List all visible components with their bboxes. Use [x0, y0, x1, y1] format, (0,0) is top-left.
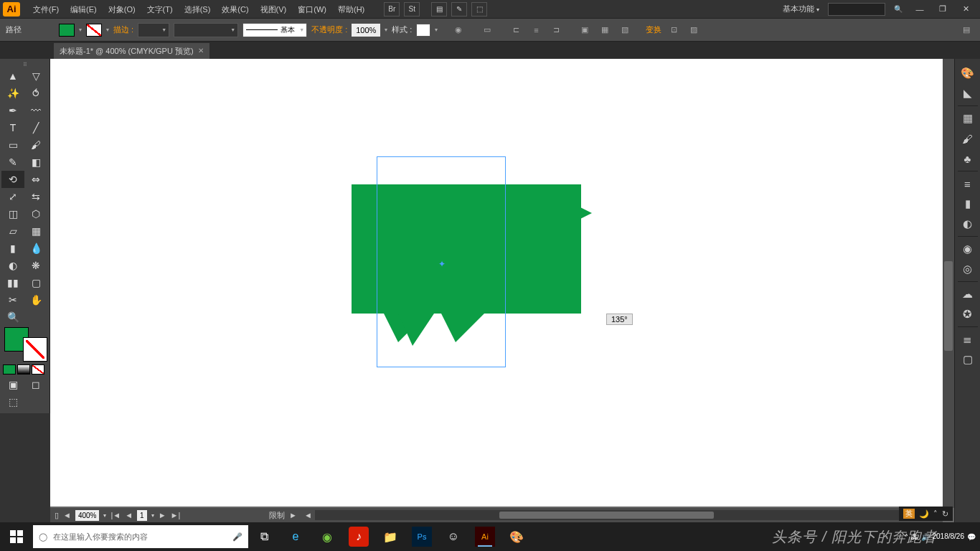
- up-icon[interactable]: ˄: [933, 509, 938, 519]
- bridge-icon[interactable]: Br: [384, 2, 400, 17]
- menu-window[interactable]: 窗口(W): [292, 0, 332, 19]
- curvature-tool[interactable]: 〰: [24, 102, 47, 119]
- artboards-panel-icon[interactable]: ▢: [957, 349, 979, 369]
- selection-tool[interactable]: ▲: [1, 67, 24, 85]
- nav-prev2-icon[interactable]: ◄: [125, 511, 133, 519]
- color-mode-none[interactable]: [32, 364, 44, 375]
- arrange-docs-icon[interactable]: ▤: [431, 2, 447, 17]
- zoom-field[interactable]: 400%: [75, 510, 100, 521]
- artboard-tool[interactable]: ▢: [24, 274, 47, 291]
- menu-type[interactable]: 文字(T): [141, 0, 179, 19]
- pen-tool[interactable]: ✒: [1, 102, 24, 119]
- paint-icon[interactable]: 🎨: [501, 522, 532, 551]
- rectangle-tool[interactable]: ▭: [1, 136, 24, 154]
- close-tab-icon[interactable]: ✕: [198, 43, 204, 59]
- stroke-swatch[interactable]: [86, 24, 102, 37]
- menu-file[interactable]: 文件(F): [27, 0, 65, 19]
- sync-icon[interactable]: ↻: [942, 509, 948, 519]
- color-panel-icon[interactable]: 🎨: [957, 63, 979, 83]
- start-button[interactable]: [0, 522, 33, 551]
- workspace-switcher[interactable]: 基本功能 ▾: [777, 4, 825, 14]
- browser-icon[interactable]: ◉: [311, 522, 343, 551]
- menu-edit[interactable]: 编辑(E): [65, 0, 103, 19]
- nav-prev-icon[interactable]: ◄: [63, 511, 71, 519]
- nav-last-icon[interactable]: ►|: [171, 511, 181, 519]
- edit-icon[interactable]: ▨: [686, 23, 702, 37]
- direct-selection-tool[interactable]: ▽: [24, 67, 47, 85]
- window-minimize[interactable]: —: [910, 2, 930, 17]
- shape-builder-tool[interactable]: ⬡: [24, 205, 47, 222]
- graph-tool[interactable]: ▮▮: [1, 274, 24, 291]
- blend-tool[interactable]: ◐: [1, 257, 24, 274]
- menu-help[interactable]: 帮助(H): [332, 0, 370, 19]
- opacity-input[interactable]: 100%: [352, 24, 380, 37]
- shape-mode-icon-2[interactable]: ▦: [597, 23, 613, 37]
- toolbox-handle[interactable]: ⠿: [1, 62, 48, 67]
- paintbrush-tool[interactable]: 🖌: [24, 136, 47, 154]
- horizontal-scrollbar[interactable]: ◄►: [301, 508, 943, 522]
- document-tab[interactable]: 未标题-1* @ 400% (CMYK/GPU 预览) ✕: [54, 43, 209, 59]
- graphic-style-swatch[interactable]: [416, 24, 430, 37]
- misc-icon[interactable]: ⬚: [471, 2, 487, 17]
- window-restore[interactable]: ❐: [933, 2, 953, 17]
- screen-mode-normal[interactable]: ▣: [1, 376, 24, 393]
- mesh-tool[interactable]: ▦: [24, 222, 47, 240]
- ime-indicator[interactable]: 英: [903, 509, 915, 519]
- nav-first-icon[interactable]: ▯: [55, 511, 59, 520]
- lasso-tool[interactable]: ⥀: [24, 85, 47, 102]
- align-icon-1[interactable]: ▭: [479, 23, 495, 37]
- explorer-icon[interactable]: 📁: [374, 522, 406, 551]
- width-tool[interactable]: ⇆: [24, 188, 47, 205]
- gradient-panel-icon[interactable]: ▮: [957, 194, 979, 214]
- menu-select[interactable]: 选择(S): [179, 0, 217, 19]
- photoshop-icon[interactable]: Ps: [412, 527, 432, 547]
- tray-up-icon[interactable]: ˄: [905, 533, 908, 541]
- line-tool[interactable]: ╱: [24, 119, 47, 136]
- rotate-tool[interactable]: ⟲: [1, 171, 24, 188]
- window-close[interactable]: ✕: [956, 2, 976, 17]
- layers-panel-icon[interactable]: ≣: [957, 329, 979, 349]
- netease-icon[interactable]: ♪: [349, 527, 369, 547]
- artboard[interactable]: ✦ 135°: [50, 59, 943, 507]
- screen-mode-full[interactable]: ◻: [24, 376, 47, 393]
- symbol-tool[interactable]: ❋: [24, 257, 47, 274]
- eyedropper-tool[interactable]: 💧: [24, 240, 47, 257]
- brush-definition-dropdown[interactable]: 基本: [242, 23, 307, 37]
- menu-view[interactable]: 视图(V): [255, 0, 293, 19]
- reflect-tool[interactable]: ⇔: [24, 171, 47, 188]
- controlbar-menu-icon[interactable]: ▤: [958, 23, 974, 37]
- libraries-panel-icon[interactable]: ☁: [957, 284, 979, 304]
- vertical-scrollbar[interactable]: [943, 59, 954, 508]
- zoom-tool[interactable]: 🔍: [1, 309, 24, 326]
- stroke-weight-dropdown[interactable]: [138, 23, 169, 37]
- nav-next-icon[interactable]: ►: [159, 511, 166, 519]
- tray-network-icon[interactable]: 🖧: [911, 533, 918, 541]
- edge-icon[interactable]: e: [280, 522, 311, 551]
- perspective-tool[interactable]: ▱: [1, 222, 24, 240]
- search-icon[interactable]: 🔍: [890, 2, 906, 17]
- mic-icon[interactable]: 🎤: [232, 532, 242, 542]
- nav-first2-icon[interactable]: |◄: [110, 511, 121, 519]
- transform-label[interactable]: 变换: [646, 24, 661, 35]
- color-mode-solid[interactable]: [3, 364, 16, 375]
- status-menu-icon[interactable]: ►: [289, 511, 297, 519]
- magic-wand-tool[interactable]: ✨: [1, 85, 24, 102]
- align-center-icon[interactable]: ≡: [528, 23, 544, 37]
- color-guide-panel-icon[interactable]: ◣: [957, 83, 979, 103]
- shape-mode-icon-3[interactable]: ▧: [617, 23, 633, 37]
- menu-object[interactable]: 对象(O): [103, 0, 141, 19]
- gpu-icon[interactable]: ✎: [451, 2, 467, 17]
- draw-mode[interactable]: ⬚: [1, 393, 24, 410]
- stroke-label[interactable]: 描边 :: [113, 24, 133, 35]
- app-icon[interactable]: ☺: [438, 522, 469, 551]
- search-input[interactable]: [828, 3, 885, 16]
- tray-notifications-icon[interactable]: 💬: [967, 533, 976, 541]
- moon-icon[interactable]: 🌙: [919, 509, 929, 519]
- shape-mode-icon-1[interactable]: ▣: [577, 23, 593, 37]
- free-transform-tool[interactable]: ◫: [1, 205, 24, 222]
- stroke-panel-icon[interactable]: ≡: [957, 174, 979, 194]
- symbols-panel-icon[interactable]: ♣: [957, 149, 979, 169]
- recolor-icon[interactable]: ◉: [451, 23, 466, 37]
- pencil-tool[interactable]: ✎: [1, 154, 24, 171]
- illustrator-taskbar-icon[interactable]: Ai: [475, 527, 495, 547]
